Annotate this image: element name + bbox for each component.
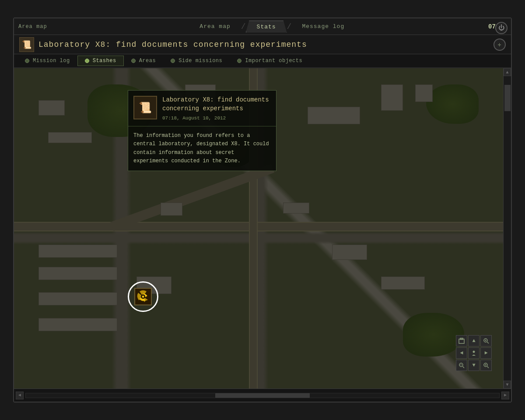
mission-title: Laboratory X8: find documents concerning… (38, 40, 494, 49)
mission-icon: 📜 (19, 37, 34, 52)
map-ctrl-inventory[interactable] (456, 335, 467, 346)
bottom-scrollbar-bar: ◄ ► (14, 388, 511, 402)
top-nav-bar: Area map Area map / Stats / Message log … (14, 18, 511, 35)
tab-stats[interactable]: Stats (246, 21, 287, 33)
tab-message-log[interactable]: Message log (291, 21, 355, 32)
tab-sep-1: / (241, 22, 246, 31)
scroll-down-btn[interactable]: ▼ (504, 381, 511, 388)
hscroll-right-btn[interactable]: ► (501, 392, 509, 399)
map-building-10 (161, 203, 182, 216)
popup-title-text: Laboratory X8: find documents concerning… (162, 96, 271, 113)
map-ctrl-zoom-search[interactable] (480, 335, 492, 346)
popup-body-text: The information you found refers to a ce… (128, 126, 276, 171)
map-area[interactable]: 📜 Laboratory X8: find documents concerni… (14, 68, 503, 388)
mission-map-marker[interactable] (128, 281, 158, 312)
map-building-15 (415, 84, 433, 102)
marker-hazmat-icon (134, 288, 152, 305)
power-button[interactable]: ⏻ (495, 22, 508, 34)
popup-title-section: Laboratory X8: find documents concerning… (162, 96, 271, 121)
tab-sep-2: / (287, 22, 292, 31)
map-building-3 (38, 245, 117, 258)
tab-dot-stashes (85, 59, 89, 63)
map-building-14 (381, 84, 403, 111)
map-building-6 (38, 318, 117, 331)
map-ctrl-down[interactable]: ▼ (468, 360, 480, 371)
map-building-11 (283, 203, 309, 214)
scroll-up-btn[interactable]: ▲ (504, 68, 511, 76)
svg-line-11 (462, 366, 464, 368)
main-content-area: 📜 Laboratory X8: find documents concerni… (14, 68, 511, 388)
hscroll-track[interactable] (25, 393, 500, 398)
svg-line-6 (487, 342, 489, 343)
sub-tabs-bar: Mission log Stashes Areas Side missions … (14, 54, 511, 68)
tab-dot-areas (131, 59, 136, 63)
map-ctrl-zoom-out[interactable] (456, 360, 467, 371)
svg-point-2 (142, 296, 144, 298)
hscroll-left-btn[interactable]: ◄ (16, 392, 24, 399)
scroll-thumb-right (504, 85, 511, 111)
scroll-track-right[interactable] (504, 76, 511, 381)
map-building-5 (38, 292, 117, 305)
tab-area-map[interactable]: Area map (189, 21, 241, 32)
map-building-12 (332, 245, 367, 260)
sub-tab-important-objects[interactable]: Important objects (230, 56, 310, 66)
map-controls-panel: ▲ ◄ (456, 335, 492, 371)
compass-button[interactable]: ✛ (494, 38, 506, 51)
map-building-4 (38, 267, 117, 280)
tab-dot-mission-log (25, 59, 29, 63)
tab-dot-important (237, 59, 242, 63)
svg-point-9 (473, 351, 475, 353)
map-ctrl-left[interactable]: ◄ (456, 347, 467, 359)
svg-line-14 (487, 366, 489, 368)
tab-dot-side-missions (171, 59, 175, 63)
map-building-2 (48, 132, 92, 143)
map-building-1 (38, 100, 65, 116)
road-horizontal-1 (14, 222, 503, 231)
popup-mission-icon: 📜 (133, 96, 157, 119)
sub-tab-stashes[interactable]: Stashes (77, 56, 124, 66)
mission-title-bar: 📜 Laboratory X8: find documents concerni… (14, 35, 511, 54)
map-ctrl-zoom-in[interactable] (480, 360, 492, 371)
nav-tabs: Area map / Stats / Message log (56, 21, 488, 33)
main-window: ⏻ Area map Area map / Stats / Message lo… (13, 18, 512, 402)
map-ctrl-up[interactable]: ▲ (468, 335, 480, 346)
vegetation-patch-2 (426, 84, 479, 124)
mission-popup: 📜 Laboratory X8: find documents concerni… (128, 90, 276, 171)
map-ctrl-player[interactable] (468, 347, 480, 359)
popup-header: 📜 Laboratory X8: find documents concerni… (128, 91, 276, 126)
marker-circle (128, 281, 158, 312)
sub-tab-side-missions[interactable]: Side missions (163, 56, 230, 66)
hscroll-thumb (215, 393, 310, 398)
right-scrollbar: ▲ ▼ (503, 68, 511, 388)
popup-timestamp: 07:18, August 10, 2012 (162, 116, 271, 121)
sub-tab-mission-log[interactable]: Mission log (18, 56, 77, 66)
nav-left-label: Area map (18, 24, 56, 30)
map-building-8 (308, 107, 360, 124)
sub-tab-areas[interactable]: Areas (124, 56, 164, 66)
map-building-13 (381, 276, 425, 290)
map-ctrl-right[interactable]: ► (480, 347, 492, 359)
